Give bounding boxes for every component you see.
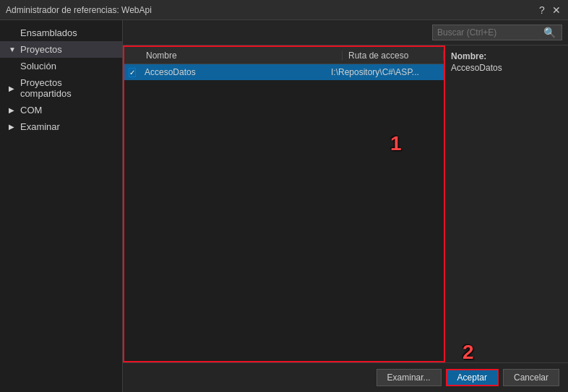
- arrow-icon: ▼: [9, 45, 17, 53]
- detail-panel: Nombre: AccesoDatos: [445, 45, 568, 362]
- arrow-icon: ▶: [9, 106, 17, 114]
- search-input[interactable]: [433, 27, 541, 38]
- search-input-wrapper: 🔍: [432, 25, 562, 40]
- sidebar-item-examinar[interactable]: ▶ Examinar: [0, 118, 122, 135]
- search-bar-container: 🔍: [123, 20, 568, 45]
- sidebar-label-examinar: Examinar: [20, 121, 60, 132]
- title-bar-controls: ? ✕: [536, 4, 562, 16]
- arrow-icon: ▶: [9, 123, 17, 131]
- table-header: Nombre Ruta de acceso: [124, 47, 444, 64]
- title-bar-title: Administrador de referencias: WebApi: [6, 5, 152, 15]
- sidebar-item-ensamblados[interactable]: Ensamblados: [0, 25, 122, 41]
- row-checkbox[interactable]: ✓: [124, 68, 140, 77]
- help-button[interactable]: ?: [536, 4, 548, 16]
- close-button[interactable]: ✕: [551, 4, 562, 16]
- header-name: Nombre: [140, 51, 343, 61]
- detail-name-label: Nombre:: [451, 51, 562, 61]
- examinar-button[interactable]: Examinar...: [376, 369, 442, 386]
- sidebar-item-proyectos-compartidos[interactable]: ▶ Proyectos compartidos: [0, 74, 122, 102]
- sidebar-item-proyectos[interactable]: ▼ Proyectos: [0, 41, 122, 58]
- sidebar-item-solucion[interactable]: Solución: [0, 58, 122, 74]
- bottom-bar: 2 Examinar... Aceptar Cancelar: [123, 362, 568, 392]
- sidebar-label-proyectos-compartidos: Proyectos compartidos: [20, 77, 115, 99]
- row-path: I:\Repository\C#\ASP...: [327, 67, 444, 77]
- sidebar: Ensamblados ▼ Proyectos Solución ▶ Proye…: [0, 20, 123, 392]
- row-name: AccesoDatos: [140, 67, 327, 77]
- sidebar-label-proyectos: Proyectos: [20, 44, 62, 55]
- sidebar-label-ensamblados: Ensamblados: [20, 27, 77, 38]
- table-container: Nombre Ruta de acceso ✓ AccesoDatos I:\R…: [123, 45, 568, 362]
- aceptar-button[interactable]: Aceptar: [446, 369, 499, 386]
- table-body: ✓ AccesoDatos I:\Repository\C#\ASP...: [124, 64, 444, 361]
- header-path: Ruta de acceso: [343, 51, 444, 61]
- title-bar: Administrador de referencias: WebApi ? ✕: [0, 0, 568, 20]
- projects-table: Nombre Ruta de acceso ✓ AccesoDatos I:\R…: [123, 45, 445, 362]
- table-row[interactable]: ✓ AccesoDatos I:\Repository\C#\ASP...: [124, 64, 444, 80]
- arrow-icon: ▶: [9, 84, 17, 92]
- sidebar-label-solucion: Solución: [20, 61, 56, 71]
- content-wrapper: Nombre Ruta de acceso ✓ AccesoDatos I:\R…: [123, 45, 568, 362]
- content-area: 🔍 Nombre Ruta de acceso ✓: [123, 20, 568, 392]
- sidebar-label-com: COM: [20, 105, 42, 116]
- sidebar-item-com[interactable]: ▶ COM: [0, 102, 122, 118]
- detail-name-value: AccesoDatos: [451, 63, 562, 73]
- main-container: Ensamblados ▼ Proyectos Solución ▶ Proye…: [0, 20, 568, 392]
- checkbox-checked-icon: ✓: [129, 68, 136, 77]
- search-icon-button[interactable]: 🔍: [541, 25, 557, 40]
- cancelar-button[interactable]: Cancelar: [503, 369, 559, 386]
